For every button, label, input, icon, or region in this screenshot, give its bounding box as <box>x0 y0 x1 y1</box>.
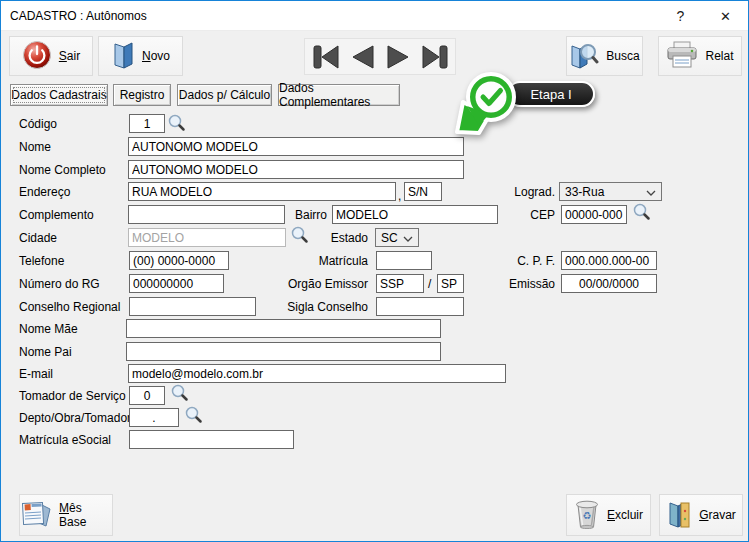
mes-base-label: Mês Base <box>59 501 112 529</box>
telefone-label: Telefone <box>19 254 64 268</box>
nome-pai-label: Nome Pai <box>19 345 72 359</box>
numero-input[interactable] <box>404 182 442 201</box>
tomador-label: Tomador de Serviço <box>19 389 126 403</box>
chevron-down-icon <box>403 231 413 245</box>
conselho-regional-label: Conselho Regional <box>19 300 120 314</box>
trash-icon: ♻ <box>574 499 600 532</box>
sair-button[interactable]: Sair <box>9 36 93 76</box>
depto-search-icon[interactable] <box>185 406 203 424</box>
endereco-label: Endereço <box>19 185 70 199</box>
tab-dados-p-calculo[interactable]: Dados p/ Cálculo <box>177 84 272 106</box>
busca-label: Busca <box>606 49 639 63</box>
folder-icon <box>111 40 135 73</box>
novo-label: Novo <box>142 49 170 63</box>
orgao-emissor-label: Orgão Emissor <box>281 277 368 291</box>
depto-label: Depto/Obra/Tomador <box>19 411 131 425</box>
nome-completo-input[interactable] <box>128 160 464 179</box>
next-record-button[interactable] <box>385 45 411 69</box>
record-navigator <box>304 38 456 75</box>
matricula-esocial-label: Matrícula eSocial <box>19 433 111 447</box>
first-record-button[interactable] <box>311 45 341 69</box>
sigla-conselho-input[interactable] <box>376 297 464 316</box>
lograd-label: Lograd. <box>479 185 555 199</box>
relat-label: Relat <box>705 49 733 63</box>
save-folder-icon <box>666 499 692 532</box>
caption-controls: ? ✕ <box>658 1 748 31</box>
cidade-label: Cidade <box>19 231 57 245</box>
matricula-input[interactable] <box>376 251 432 270</box>
window-title: CADASTRO : Autônomos <box>1 9 147 23</box>
codigo-label: Código <box>19 117 57 131</box>
check-balloon-icon <box>447 70 529 143</box>
printer-icon <box>666 40 698 73</box>
depto-input[interactable] <box>129 408 179 427</box>
tomador-input[interactable] <box>129 386 165 405</box>
complemento-label: Complemento <box>19 208 94 222</box>
sigla-conselho-label: Sigla Conselho <box>281 300 368 314</box>
sair-label: Sair <box>59 49 80 63</box>
folder-search-icon <box>569 40 599 73</box>
codigo-search-icon[interactable] <box>168 114 186 132</box>
codigo-input[interactable] <box>129 114 165 133</box>
cpf-label: C. P. F. <box>479 254 555 268</box>
matricula-esocial-input[interactable] <box>129 430 294 449</box>
nome-pai-input[interactable] <box>126 342 441 361</box>
titlebar: CADASTRO : Autônomos ? ✕ <box>1 1 748 31</box>
cidade-input[interactable] <box>128 228 286 247</box>
telefone-input[interactable] <box>129 251 229 270</box>
estado-select[interactable]: SC <box>375 228 419 247</box>
cidade-search-icon[interactable] <box>291 226 309 244</box>
mes-base-button[interactable]: Mês Base <box>19 494 113 536</box>
power-icon <box>22 40 52 73</box>
orgao-emissor-separator: / <box>428 277 431 291</box>
calendar-icon <box>20 499 52 532</box>
complemento-input[interactable] <box>128 205 285 224</box>
nome-completo-label: Nome Completo <box>19 163 106 177</box>
tomador-search-icon[interactable] <box>171 384 189 402</box>
relat-button[interactable]: Relat <box>658 36 742 76</box>
emissao-input[interactable] <box>561 274 657 293</box>
tab-dados-cadastrais[interactable]: Dados Cadastrais <box>10 84 108 106</box>
email-input[interactable] <box>128 364 506 383</box>
email-label: E-mail <box>19 367 53 381</box>
tab-dados-complementares[interactable]: Dados Complementares <box>278 84 400 106</box>
numero-rg-input[interactable] <box>129 274 224 293</box>
gravar-label: Gravar <box>699 508 736 522</box>
matricula-label: Matrícula <box>281 254 368 268</box>
endereco-separator: , <box>398 189 401 203</box>
tab-registro[interactable]: Registro <box>113 84 171 106</box>
conselho-regional-input[interactable] <box>129 297 256 316</box>
etapa-badge: Etapa I <box>447 70 617 140</box>
lograd-value: 33-Rua <box>565 185 604 199</box>
cep-input[interactable] <box>561 205 627 224</box>
lograd-select[interactable]: 33-Rua <box>559 182 662 201</box>
cep-search-icon[interactable] <box>633 203 651 221</box>
excluir-label: Excluir <box>607 508 643 522</box>
last-record-button[interactable] <box>420 45 450 69</box>
bairro-input[interactable] <box>332 205 498 224</box>
help-button[interactable]: ? <box>658 1 703 31</box>
novo-button[interactable]: Novo <box>98 36 183 76</box>
nome-label: Nome <box>19 140 51 154</box>
nome-mae-input[interactable] <box>126 319 441 338</box>
orgao-emissor-uf-input[interactable] <box>437 274 464 293</box>
endereco-input[interactable] <box>128 182 396 201</box>
excluir-button[interactable]: ♻ Excluir <box>566 494 651 536</box>
estado-value: SC <box>381 231 398 245</box>
gravar-button[interactable]: Gravar <box>659 494 743 536</box>
nome-mae-label: Nome Mãe <box>19 322 78 336</box>
cpf-input[interactable] <box>561 251 657 270</box>
cadastro-window: CADASTRO : Autônomos ? ✕ Sair <box>0 0 749 542</box>
emissao-label: Emissão <box>479 277 555 291</box>
previous-record-button[interactable] <box>350 45 376 69</box>
nome-input[interactable] <box>128 137 464 156</box>
chevron-down-icon <box>646 185 656 199</box>
close-button[interactable]: ✕ <box>703 1 748 31</box>
svg-text:♻: ♻ <box>583 510 592 521</box>
orgao-emissor-input[interactable] <box>376 274 424 293</box>
numero-rg-label: Número do RG <box>19 277 100 291</box>
